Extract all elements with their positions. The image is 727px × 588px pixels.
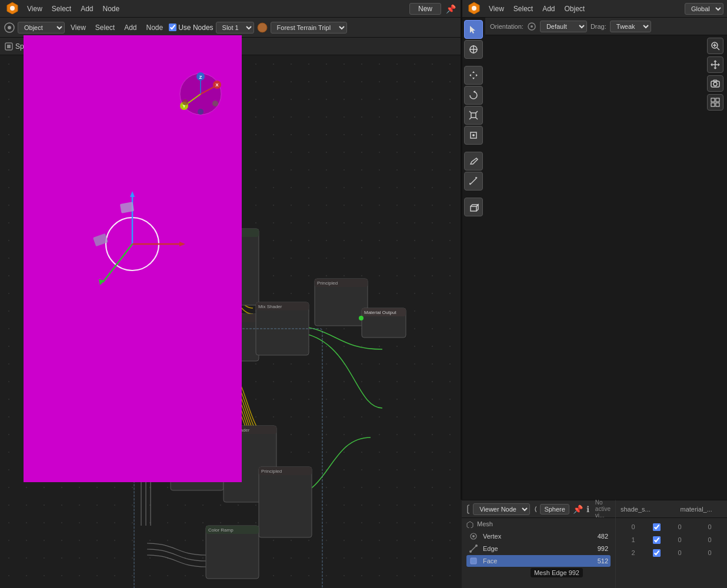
bottom-panel-header: Viewer Node Sphere 📌 ℹ No active vi... (462, 500, 615, 518)
slot-select[interactable]: Slot 1 (216, 22, 254, 34)
3d-view-menu[interactable]: View (485, 4, 508, 14)
svg-point-99 (198, 109, 204, 115)
svg-rect-57 (259, 467, 312, 537)
3d-select-menu[interactable]: Select (510, 4, 536, 14)
bottom-right-cols-panel: shade_s... material_... 0 0 0 1 0 0 2 0 … (615, 500, 727, 588)
val2-2: 0 (697, 549, 722, 556)
row-num-1: 1 (621, 536, 646, 543)
face-icon (469, 556, 478, 566)
camera-btn[interactable] (707, 75, 723, 92)
info-btn[interactable]: ℹ (586, 505, 589, 514)
row-check-1[interactable] (653, 536, 661, 544)
svg-text:Z: Z (199, 75, 202, 80)
svg-point-3 (472, 6, 476, 11)
no-active-label: No active vi... (595, 499, 611, 519)
svg-point-100 (182, 99, 188, 105)
orientation-default-select[interactable]: Default (540, 21, 587, 32)
vertex-value: 482 (591, 533, 608, 540)
blender-logo-btn[interactable] (4, 1, 21, 16)
data-rows-area: 0 0 0 1 0 0 2 0 0 (616, 518, 727, 562)
row-check-2[interactable] (653, 549, 661, 557)
object-type-select[interactable]: Object (18, 22, 65, 34)
drag-tweak-select[interactable]: Tweak (610, 21, 651, 32)
col-header-row: shade_s... material_... (616, 500, 727, 518)
3d-object-menu[interactable]: Object (561, 4, 589, 14)
svg-rect-10 (7, 45, 11, 48)
material-icon (256, 22, 268, 34)
svg-point-115 (535, 506, 536, 513)
checkbox-cell-0[interactable] (651, 523, 662, 531)
col-header-shade: shade_s... (621, 506, 663, 513)
svg-text:Material Output: Material Output (364, 310, 396, 315)
node-select-menu[interactable]: Select (48, 4, 75, 14)
cursor-tool-btn[interactable] (464, 40, 483, 59)
scale-tool-btn[interactable] (464, 106, 483, 125)
vertex-label: Vertex (483, 533, 586, 540)
pan-btn[interactable] (707, 56, 723, 73)
face-stat-row[interactable]: Face 512 (466, 555, 611, 567)
viewport-3d-topbar: View Select Add Object Global (462, 0, 727, 18)
node2-node-menu[interactable]: Node (143, 22, 167, 33)
sphere-icon (533, 504, 536, 514)
row-num-0: 0 (621, 523, 646, 530)
use-nodes-checkbox[interactable] (169, 24, 176, 31)
edge-label: Edge (483, 545, 586, 552)
viewport-gizmo[interactable]: Z X Y (177, 71, 224, 118)
rotate-tool-btn[interactable] (464, 86, 483, 105)
node-editor-secondbar: Object View Select Add Node Use Nodes Sl… (0, 18, 462, 38)
vertex-stat-row: Vertex 482 (466, 530, 611, 542)
pin-icon: 📌 (443, 3, 458, 15)
svg-point-8 (258, 23, 267, 32)
new-material-btn[interactable]: New (409, 3, 441, 15)
svg-rect-78 (471, 206, 476, 211)
pin-viewer-btn[interactable]: 📌 (573, 505, 583, 514)
viewer-icon (466, 504, 469, 514)
face-value: 512 (591, 557, 608, 564)
mesh-edge-label: Mesh Edge 992 (531, 568, 583, 577)
node-add-menu[interactable]: Add (77, 4, 96, 14)
svg-rect-110 (716, 98, 719, 102)
node2-add-menu[interactable]: Add (121, 22, 140, 33)
orientation-label: Orientation: (490, 23, 523, 30)
table-row: 0 0 0 (616, 520, 727, 533)
table-row: 2 0 0 (616, 546, 727, 559)
measure-tool-btn[interactable] (464, 172, 483, 191)
svg-point-5 (531, 25, 533, 28)
svg-point-74 (472, 134, 475, 136)
svg-point-66 (359, 316, 364, 320)
mesh-icon-small (466, 521, 473, 528)
table-row: 1 0 0 (616, 533, 727, 546)
svg-line-75 (470, 178, 477, 185)
node-view-menu[interactable]: View (24, 4, 46, 14)
checkbox-cell-2[interactable] (651, 549, 662, 557)
edge-value: 992 (591, 545, 608, 552)
row-check-0[interactable] (653, 523, 661, 531)
transform-tool-btn[interactable] (464, 126, 483, 145)
svg-point-121 (469, 550, 472, 553)
3d-add-menu[interactable]: Add (539, 4, 558, 14)
node-node-menu[interactable]: Node (99, 4, 124, 14)
collection-icon (5, 42, 13, 51)
use-nodes-toggle[interactable]: Use Nodes (169, 24, 213, 32)
zoom-in-btn[interactable] (707, 38, 723, 54)
add-cube-tool-btn[interactable] (464, 198, 483, 216)
blender-logo-btn-3d[interactable] (465, 1, 483, 16)
viewport-right-tools (703, 35, 727, 113)
node2-view-menu[interactable]: View (67, 22, 89, 33)
viewer-node-select[interactable]: Viewer Node (473, 503, 530, 515)
grid-btn[interactable] (707, 94, 723, 111)
select-tool-btn[interactable] (464, 20, 483, 39)
svg-rect-112 (716, 103, 719, 106)
global-orientation-select[interactable]: Global (685, 3, 723, 15)
svg-point-107 (713, 82, 717, 86)
viewport-3d-content[interactable]: Z X Y (24, 35, 242, 482)
node-editor-topbar: View Select Add Node New 📌 (0, 0, 462, 18)
move-tool-btn[interactable] (464, 66, 483, 85)
val2-0: 0 (697, 523, 722, 530)
material-name-select[interactable]: Forest Terrain Tripl (271, 22, 347, 34)
node2-select-menu[interactable]: Select (92, 22, 118, 33)
annotate-tool-btn[interactable] (464, 152, 483, 171)
mesh-stats-area: Mesh Vertex 482 Edge 992 Face (462, 518, 615, 570)
checkbox-cell-1[interactable] (651, 536, 662, 544)
val1-1: 0 (667, 536, 692, 543)
